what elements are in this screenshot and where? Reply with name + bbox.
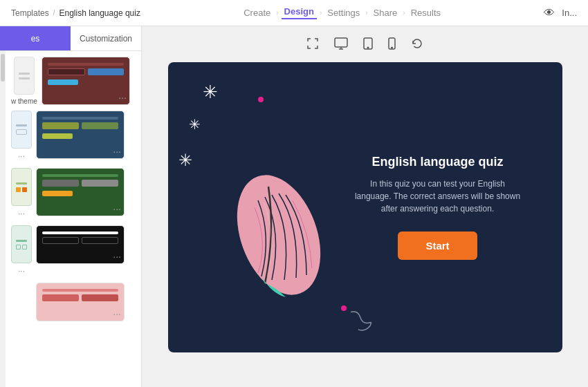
tab-customization[interactable]: Customization	[71, 26, 141, 50]
nav-steps: Create › Design › Settings › Share › Res…	[140, 6, 544, 19]
theme-card-2[interactable]: ···	[36, 111, 125, 159]
breadcrumb-templates[interactable]: Templates	[11, 8, 49, 18]
theme-row-1: w theme ···	[11, 57, 136, 105]
scrollbar-thumb	[1, 54, 5, 82]
main-layout: es Customization w theme	[0, 26, 588, 387]
undo-button[interactable]	[408, 35, 426, 55]
theme-small-4-more[interactable]: ···	[15, 265, 28, 277]
desktop-view-button[interactable]	[331, 35, 351, 55]
theme-row-5: ···	[11, 283, 136, 321]
pink-dot-2	[341, 305, 347, 311]
curl-decoration	[343, 308, 376, 341]
start-button[interactable]: Start	[398, 232, 477, 260]
theme-5-more[interactable]: ···	[37, 307, 124, 321]
sidebar-scroll: w theme ···	[0, 51, 141, 387]
sidebar-scrollbar[interactable]	[0, 51, 6, 387]
tablet-view-button[interactable]	[360, 35, 376, 55]
sparkle-1: ✳	[203, 83, 218, 101]
mobile-view-button[interactable]	[385, 35, 398, 55]
quiz-content: English language quiz In this quiz you c…	[355, 155, 521, 260]
fullscreen-button[interactable]	[304, 35, 322, 55]
theme-card-4[interactable]: ···	[36, 225, 125, 264]
nav-more[interactable]: In...	[562, 8, 577, 18]
top-nav: Templates / English language quiz Create…	[0, 0, 588, 26]
svg-point-4	[392, 47, 393, 48]
canvas-area: ✳ ✳ ✳	[142, 26, 588, 387]
nav-step-share[interactable]: Share	[371, 8, 401, 18]
theme-small-3[interactable]	[11, 168, 32, 206]
sidebar-content: w theme ···	[6, 51, 141, 387]
theme-card-5[interactable]: ···	[36, 283, 125, 321]
quiz-description: In this quiz you can test your English l…	[355, 178, 521, 215]
nav-right: 👁 In...	[544, 7, 577, 19]
theme-small-2-more[interactable]: ···	[15, 150, 28, 162]
breadcrumb-sep1: /	[53, 9, 55, 17]
breadcrumb: Templates / English language quiz	[11, 8, 140, 18]
theme-1-more[interactable]: ···	[42, 91, 129, 104]
svg-point-2	[367, 47, 369, 48]
theme-card-1[interactable]: ···	[42, 57, 130, 105]
theme-3-more[interactable]: ···	[37, 202, 124, 216]
preview-icon[interactable]: 👁	[544, 7, 555, 19]
tab-themes[interactable]: es	[0, 26, 71, 50]
new-theme-small-card[interactable]	[14, 57, 35, 95]
preview-card: ✳ ✳ ✳	[168, 62, 562, 352]
theme-card-3[interactable]: ···	[36, 168, 125, 216]
quiz-title: English language quiz	[355, 155, 521, 169]
theme-row-4: ··· ···	[11, 225, 136, 277]
pink-dot-1	[258, 97, 264, 102]
sparkle-3: ✳	[178, 152, 192, 169]
left-sidebar: es Customization w theme	[0, 26, 142, 387]
theme-row-2: ··· ···	[11, 111, 136, 162]
new-theme-label: w theme	[11, 97, 37, 105]
nav-step-design[interactable]: Design	[282, 6, 317, 19]
theme-small-4[interactable]	[11, 225, 32, 263]
theme-row-3: ··· ···	[11, 168, 136, 220]
theme-small-2[interactable]	[11, 111, 32, 149]
theme-small-3-more[interactable]: ···	[15, 207, 28, 220]
feather-illustration	[210, 145, 348, 297]
nav-step-results[interactable]: Results	[408, 8, 443, 18]
nav-step-settings[interactable]: Settings	[324, 8, 362, 18]
sparkle-2: ✳	[189, 117, 201, 131]
theme-4-more[interactable]: ···	[37, 249, 124, 263]
svg-rect-0	[335, 38, 347, 47]
theme-2-more[interactable]: ···	[37, 144, 124, 158]
canvas-toolbar	[304, 35, 426, 55]
breadcrumb-current: English language quiz	[59, 8, 140, 18]
nav-step-create[interactable]: Create	[241, 8, 273, 18]
sidebar-tabs: es Customization	[0, 26, 141, 51]
svg-point-5	[221, 164, 336, 297]
